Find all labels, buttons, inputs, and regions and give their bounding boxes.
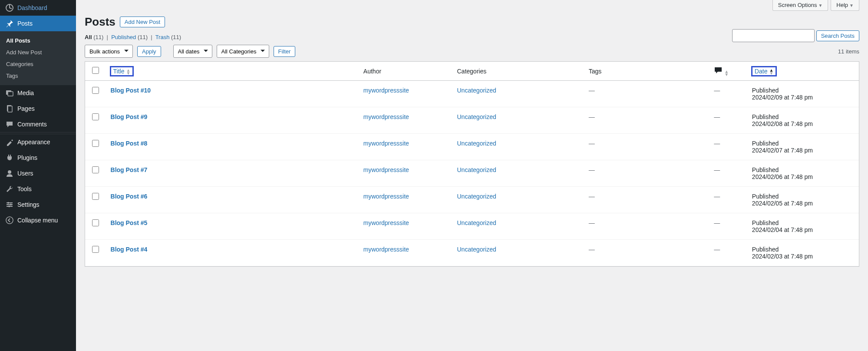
sidebar-item-label: Posts bbox=[17, 20, 33, 27]
appearance-icon bbox=[5, 138, 14, 146]
post-title-link[interactable]: Blog Post #8 bbox=[111, 140, 148, 147]
category-link[interactable]: Uncategorized bbox=[457, 87, 496, 94]
comments-icon bbox=[5, 120, 14, 129]
tags-cell: — bbox=[589, 140, 595, 147]
sidebar-item-label: Plugins bbox=[17, 154, 37, 161]
sidebar-item-label: Collapse menu bbox=[17, 217, 58, 224]
users-icon bbox=[5, 169, 14, 178]
select-all-checkbox[interactable] bbox=[92, 67, 99, 74]
post-title-link[interactable]: Blog Post #4 bbox=[111, 246, 148, 253]
items-count: 11 items bbox=[838, 48, 859, 55]
category-link[interactable]: Uncategorized bbox=[457, 193, 496, 200]
col-comments[interactable]: ▲▼ bbox=[710, 62, 748, 81]
author-link[interactable]: mywordpresssite bbox=[363, 140, 409, 147]
row-checkbox[interactable] bbox=[92, 87, 99, 94]
author-link[interactable]: mywordpresssite bbox=[363, 166, 409, 173]
post-title-link[interactable]: Blog Post #7 bbox=[111, 166, 148, 173]
category-link[interactable]: Uncategorized bbox=[457, 113, 496, 120]
filter-all[interactable]: All bbox=[85, 34, 92, 40]
sidebar-item-comments[interactable]: Comments bbox=[0, 116, 76, 132]
sidebar-item-media[interactable]: Media bbox=[0, 85, 76, 101]
author-link[interactable]: mywordpresssite bbox=[363, 113, 409, 120]
svg-rect-11 bbox=[9, 205, 10, 207]
sidebar-item-label: Settings bbox=[17, 201, 40, 208]
comments-icon bbox=[714, 66, 723, 75]
date-cell: Published2024/02/09 at 7:48 pm bbox=[748, 81, 859, 107]
row-checkbox[interactable] bbox=[92, 193, 99, 200]
author-link[interactable]: mywordpresssite bbox=[363, 87, 409, 94]
add-new-post-button[interactable]: Add New Post bbox=[120, 17, 165, 27]
category-link[interactable]: Uncategorized bbox=[457, 246, 496, 253]
filter-button[interactable]: Filter bbox=[274, 46, 296, 57]
category-link[interactable]: Uncategorized bbox=[457, 166, 496, 173]
help-tab[interactable]: Help▼ bbox=[831, 0, 859, 11]
filter-trash[interactable]: Trash bbox=[155, 34, 170, 40]
chevron-down-icon: ▼ bbox=[818, 3, 822, 8]
svg-point-12 bbox=[6, 217, 13, 224]
main-content: Screen Options▼ Help▼ Posts Add New Post… bbox=[76, 0, 868, 351]
sidebar-item-posts[interactable]: Posts bbox=[0, 16, 76, 31]
comments-cell: — bbox=[714, 219, 720, 226]
row-checkbox[interactable] bbox=[92, 166, 99, 173]
sidebar-item-tools[interactable]: Tools bbox=[0, 181, 76, 197]
comments-cell: — bbox=[714, 140, 720, 147]
post-title-link[interactable]: Blog Post #9 bbox=[111, 113, 148, 120]
table-row: Blog Post #8mywordpresssiteUncategorized… bbox=[85, 134, 859, 160]
submenu-categories[interactable]: Categories bbox=[0, 58, 76, 70]
sidebar-item-users[interactable]: Users bbox=[0, 166, 76, 181]
category-link[interactable]: Uncategorized bbox=[457, 140, 496, 147]
search-posts-input[interactable] bbox=[732, 29, 815, 42]
settings-icon bbox=[5, 200, 14, 209]
filter-published[interactable]: Published bbox=[111, 34, 136, 40]
date-filter-select[interactable]: All dates bbox=[173, 45, 212, 58]
submenu-tags[interactable]: Tags bbox=[0, 70, 76, 82]
sidebar-item-appearance[interactable]: Appearance bbox=[0, 134, 76, 150]
collapse-icon bbox=[5, 216, 14, 225]
category-filter-select[interactable]: All Categories bbox=[217, 45, 269, 58]
post-title-link[interactable]: Blog Post #5 bbox=[111, 219, 148, 226]
post-title-link[interactable]: Blog Post #10 bbox=[111, 87, 151, 94]
apply-button[interactable]: Apply bbox=[137, 46, 161, 57]
sidebar-item-collapse[interactable]: Collapse menu bbox=[0, 212, 76, 228]
sidebar-item-label: Appearance bbox=[17, 139, 50, 146]
col-title-sort[interactable]: Title bbox=[113, 68, 125, 75]
svg-rect-4 bbox=[8, 106, 12, 112]
date-cell: Published2024/02/04 at 7:48 pm bbox=[748, 213, 859, 240]
sidebar-item-pages[interactable]: Pages bbox=[0, 101, 76, 116]
comments-cell: — bbox=[714, 166, 720, 173]
category-link[interactable]: Uncategorized bbox=[457, 219, 496, 226]
col-tags: Tags bbox=[584, 62, 710, 81]
post-title-link[interactable]: Blog Post #6 bbox=[111, 193, 148, 200]
sidebar-item-dashboard[interactable]: Dashboard bbox=[0, 0, 76, 16]
screen-options-tab[interactable]: Screen Options▼ bbox=[772, 0, 828, 11]
date-cell: Published2024/02/06 at 7:48 pm bbox=[748, 160, 859, 187]
table-row: Blog Post #7mywordpresssiteUncategorized… bbox=[85, 160, 859, 187]
comments-cell: — bbox=[714, 113, 720, 120]
sort-icon: ▲▼ bbox=[724, 70, 729, 76]
submenu-add-new-post[interactable]: Add New Post bbox=[0, 46, 76, 58]
row-checkbox[interactable] bbox=[92, 219, 99, 226]
row-checkbox[interactable] bbox=[92, 140, 99, 147]
posts-table: Title▲▼ Author Categories Tags ▲▼ Date▲▼… bbox=[85, 61, 859, 267]
col-date-sort[interactable]: Date bbox=[755, 68, 768, 75]
pages-icon bbox=[5, 104, 14, 113]
author-link[interactable]: mywordpresssite bbox=[363, 246, 409, 253]
row-checkbox[interactable] bbox=[92, 113, 99, 120]
row-checkbox[interactable] bbox=[92, 246, 99, 253]
submenu-all-posts[interactable]: All Posts bbox=[0, 35, 76, 46]
svg-rect-7 bbox=[7, 204, 13, 205]
author-link[interactable]: mywordpresssite bbox=[363, 193, 409, 200]
sidebar-item-plugins[interactable]: Plugins bbox=[0, 150, 76, 166]
bulk-actions-select[interactable]: Bulk actions bbox=[85, 45, 133, 58]
author-link[interactable]: mywordpresssite bbox=[363, 219, 409, 226]
media-icon bbox=[5, 89, 14, 97]
sidebar-item-label: Pages bbox=[17, 105, 35, 112]
sort-icon: ▲▼ bbox=[126, 69, 130, 75]
table-row: Blog Post #4mywordpresssiteUncategorized… bbox=[85, 240, 859, 266]
search-posts-button[interactable]: Search Posts bbox=[816, 30, 859, 41]
sidebar-item-settings[interactable]: Settings bbox=[0, 197, 76, 212]
table-row: Blog Post #9mywordpresssiteUncategorized… bbox=[85, 107, 859, 134]
sort-icon: ▲▼ bbox=[769, 69, 773, 75]
col-categories: Categories bbox=[453, 62, 584, 81]
tags-cell: — bbox=[589, 87, 595, 94]
